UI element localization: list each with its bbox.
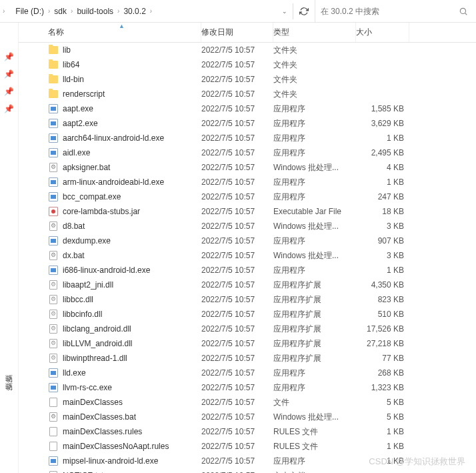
file-name: aarch64-linux-android-ld.exe [63,133,164,143]
history-dropdown[interactable]: ⌄ [279,3,290,19]
file-row[interactable]: libbcinfo.dll 2022/7/5 10:57 应用程序扩展 510 … [19,307,476,322]
file-row[interactable]: arm-linux-androideabi-ld.exe 2022/7/5 10… [19,175,476,189]
dll-icon [48,338,59,349]
exe-icon [48,103,59,114]
file-size: 1 KB [356,456,409,466]
file-date: 2022/7/5 10:57 [201,456,273,466]
file-row[interactable]: aarch64-linux-android-ld.exe 2022/7/5 10… [19,131,476,145]
chevron-right-icon[interactable]: › [3,7,5,15]
file-row[interactable]: mainDexClasses.bat 2022/7/5 10:57 Window… [19,410,476,424]
file-row[interactable]: d8.bat 2022/7/5 10:57 Windows 批处理... 3 K… [19,219,476,233]
file-type: 文件夹 [273,45,356,56]
file-size: 2,495 KB [356,148,409,157]
file-type: 应用程序扩展 [273,280,356,291]
file-row[interactable]: mainDexClasses.rules 2022/7/5 10:57 RULE… [19,424,476,439]
file-type: 应用程序扩展 [273,324,356,335]
file-date: 2022/7/5 10:57 [201,221,273,231]
exe-icon [48,177,59,187]
file-row[interactable]: aapt.exe 2022/7/5 10:57 应用程序 1,585 KB [19,101,476,116]
file-name: mainDexClasses.rules [63,427,142,436]
file-row[interactable]: aapt2.exe 2022/7/5 10:57 应用程序 3,629 KB [19,116,476,131]
file-date: 2022/7/5 10:57 [201,251,273,260]
search-input[interactable] [321,7,459,16]
file-size: 1 KB [356,177,409,187]
file-size: 17,526 KB [356,324,409,334]
exe-icon [48,147,59,158]
file-size: 1 KB [356,133,409,143]
file-row[interactable]: libwinpthread-1.dll 2022/7/5 10:57 应用程序扩… [19,351,476,366]
file-row[interactable]: NOTICE.txt 2022/7/5 10:57 文本文档 [19,468,476,473]
pin-icon[interactable]: 📌 [0,52,18,61]
column-header-type[interactable]: 类型 [273,23,356,42]
breadcrumb-item[interactable]: build-tools [74,5,116,17]
bat-icon [48,250,59,261]
file-name: libwinpthread-1.dll [63,354,127,363]
column-header-size[interactable]: 大小 [356,23,409,42]
file-date: 2022/7/5 10:57 [201,148,273,157]
file-date: 2022/7/5 10:57 [201,75,273,84]
file-row[interactable]: llvm-rs-cc.exe 2022/7/5 10:57 应用程序 1,323… [19,380,476,395]
file-row[interactable]: libbcc.dll 2022/7/5 10:57 应用程序扩展 823 KB [19,292,476,307]
file-size: 907 KB [356,236,409,246]
file-icon [48,397,59,408]
file-row[interactable]: lib 2022/7/5 10:57 文件夹 [19,43,476,57]
sort-ascending-icon: ▲ [119,23,125,29]
txt-icon [48,470,59,473]
file-date: 2022/7/5 10:57 [201,339,273,348]
file-row[interactable]: i686-linux-android-ld.exe 2022/7/5 10:57… [19,263,476,278]
file-name: libclang_android.dll [63,324,131,334]
breadcrumb-item[interactable]: File (D:) [13,5,47,17]
file-name: i686-linux-android-ld.exe [63,266,150,275]
file-row[interactable]: renderscript 2022/7/5 10:57 文件夹 [19,87,476,101]
file-row[interactable]: mainDexClasses 2022/7/5 10:57 文件 5 KB [19,395,476,410]
file-row[interactable]: lld-bin 2022/7/5 10:57 文件夹 [19,72,476,87]
pin-icon[interactable]: 📌 [0,87,18,96]
file-row[interactable]: libaapt2_jni.dll 2022/7/5 10:57 应用程序扩展 4… [19,278,476,292]
file-name: dexdump.exe [63,236,111,246]
dll-icon [48,280,59,290]
chevron-down-icon: ⌄ [282,8,287,15]
search-box[interactable] [315,0,473,22]
exe-icon [48,368,59,378]
file-size: 18 KB [356,207,409,216]
file-list: ▲ 名称 修改日期 类型 大小 lib 2022/7/5 10:57 文件夹 l… [19,23,476,473]
pin-icon[interactable]: 📌 [0,69,18,79]
column-headers: ▲ 名称 修改日期 类型 大小 [19,23,476,43]
file-row[interactable]: bcc_compat.exe 2022/7/5 10:57 应用程序 247 K… [19,189,476,204]
file-type: Windows 批处理... [273,162,356,173]
file-name: llvm-rs-cc.exe [63,383,112,392]
file-row[interactable]: apksigner.bat 2022/7/5 10:57 Windows 批处理… [19,160,476,175]
file-row[interactable]: lld.exe 2022/7/5 10:57 应用程序 268 KB [19,366,476,380]
file-type: 文件 [273,397,356,408]
column-header-name[interactable]: ▲ 名称 [43,23,201,42]
file-type: 应用程序 [273,235,356,247]
file-row[interactable]: dx.bat 2022/7/5 10:57 Windows 批处理... 3 K… [19,248,476,263]
bat-icon [48,221,59,231]
file-date: 2022/7/5 10:57 [201,383,273,392]
file-name: mipsel-linux-android-ld.exe [63,456,158,466]
file-name: bcc_compat.exe [63,192,121,201]
pin-icon[interactable]: 📌 [0,104,18,113]
file-row[interactable]: aidl.exe 2022/7/5 10:57 应用程序 2,495 KB [19,145,476,160]
refresh-button[interactable] [296,3,312,19]
file-name: libLLVM_android.dll [63,339,133,348]
file-row[interactable]: mipsel-linux-android-ld.exe 2022/7/5 10:… [19,454,476,468]
file-row[interactable]: libLLVM_android.dll 2022/7/5 10:57 应用程序扩… [19,336,476,351]
column-header-date[interactable]: 修改日期 [201,23,273,42]
file-row[interactable]: core-lambda-stubs.jar 2022/7/5 10:57 Exe… [19,204,476,219]
file-row[interactable]: mainDexClassesNoAapt.rules 2022/7/5 10:5… [19,439,476,454]
file-date: 2022/7/5 10:57 [201,163,273,172]
file-date: 2022/7/5 10:57 [201,266,273,275]
file-type: 应用程序 [273,133,356,144]
file-row[interactable]: lib64 2022/7/5 10:57 文件夹 [19,57,476,72]
file-date: 2022/7/5 10:57 [201,133,273,143]
breadcrumb-item[interactable]: sdk [51,5,69,17]
file-type: 文件夹 [273,59,356,71]
file-date: 2022/7/5 10:57 [201,280,273,290]
file-size: 823 KB [356,295,409,304]
file-row[interactable]: libclang_android.dll 2022/7/5 10:57 应用程序… [19,322,476,336]
file-row[interactable]: dexdump.exe 2022/7/5 10:57 应用程序 907 KB [19,233,476,248]
file-type: 应用程序扩展 [273,309,356,320]
exe-icon [48,133,59,143]
breadcrumb-item[interactable]: 30.0.2 [121,5,148,17]
